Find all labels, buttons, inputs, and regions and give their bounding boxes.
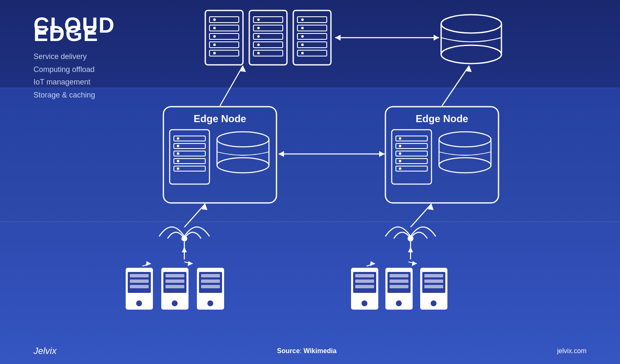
arrow-right-cloud — [434, 35, 439, 41]
svg-point-18 — [257, 27, 260, 29]
svg-rect-101 — [201, 279, 220, 283]
svg-rect-22 — [293, 10, 331, 65]
svg-point-65 — [399, 152, 401, 155]
svg-rect-100 — [201, 274, 220, 277]
svg-point-47 — [177, 145, 179, 147]
svg-rect-124 — [424, 279, 443, 283]
svg-point-6 — [213, 18, 216, 21]
svg-rect-113 — [355, 285, 374, 288]
svg-rect-125 — [424, 285, 443, 288]
cloud-server-2 — [249, 10, 287, 65]
iot-device-left-2 — [161, 268, 189, 310]
svg-marker-84 — [188, 261, 193, 266]
svg-rect-0 — [205, 10, 243, 65]
svg-rect-102 — [201, 285, 220, 288]
svg-rect-117 — [390, 274, 408, 277]
footer-url: jelvix.com — [557, 347, 586, 355]
svg-rect-96 — [165, 285, 184, 288]
iot-device-right-2 — [385, 268, 413, 310]
svg-point-51 — [217, 132, 269, 147]
arrow-left-cloud — [335, 35, 341, 41]
svg-point-28 — [301, 18, 304, 21]
svg-line-80 — [411, 204, 431, 227]
svg-rect-123 — [424, 274, 443, 277]
svg-point-64 — [399, 145, 401, 147]
arrow-up-left-cloud — [240, 66, 246, 72]
svg-point-32 — [301, 52, 304, 54]
svg-point-126 — [431, 300, 437, 306]
footer-source-label: Source — [277, 347, 300, 354]
main-container: CLOUD EDGE Service delivery Computing of… — [0, 0, 620, 364]
svg-marker-82 — [146, 261, 151, 266]
svg-point-114 — [362, 300, 367, 306]
svg-point-20 — [257, 44, 260, 46]
svg-point-7 — [213, 27, 216, 29]
footer-brand: Jelvix — [34, 346, 57, 356]
svg-point-75 — [181, 236, 187, 241]
architecture-diagram: Edge Node — [0, 0, 620, 364]
edge-node-left: Edge Node — [163, 107, 276, 203]
svg-marker-107 — [412, 261, 417, 266]
svg-rect-88 — [130, 274, 149, 277]
svg-rect-57 — [392, 130, 431, 184]
svg-point-48 — [177, 152, 179, 155]
svg-rect-118 — [390, 279, 408, 283]
iot-device-left-3 — [197, 268, 224, 310]
svg-rect-95 — [165, 279, 184, 283]
arrow-up-iot-left — [182, 247, 187, 252]
svg-point-54 — [217, 158, 269, 173]
arrow-right-edge — [379, 151, 385, 157]
footer: Jelvix Source: Wikimedia jelvix.com — [0, 346, 620, 356]
svg-point-17 — [257, 18, 260, 21]
svg-point-67 — [399, 167, 401, 170]
svg-point-49 — [177, 160, 179, 162]
cloud-server-1 — [205, 10, 243, 65]
svg-point-30 — [301, 35, 304, 38]
iot-device-right-3 — [420, 268, 447, 310]
svg-point-68 — [439, 132, 491, 147]
svg-point-29 — [301, 27, 304, 29]
svg-point-8 — [213, 35, 216, 38]
arrow-left-edge — [279, 151, 284, 157]
svg-line-73 — [442, 66, 469, 106]
svg-point-77 — [408, 236, 413, 241]
svg-point-120 — [396, 300, 402, 306]
svg-text:Edge Node: Edge Node — [416, 113, 468, 124]
svg-marker-105 — [370, 261, 375, 266]
footer-source: Source: Wikimedia — [277, 347, 336, 355]
iot-device-left-1 — [126, 268, 153, 310]
svg-rect-119 — [390, 285, 408, 288]
svg-point-97 — [172, 300, 178, 306]
svg-rect-89 — [130, 279, 149, 283]
svg-point-63 — [399, 137, 401, 140]
svg-point-103 — [207, 300, 213, 306]
svg-point-10 — [213, 52, 216, 54]
svg-point-71 — [439, 158, 491, 173]
edge-node-right: Edge Node — [385, 107, 499, 203]
svg-point-9 — [213, 44, 216, 46]
svg-rect-40 — [170, 130, 209, 184]
svg-line-72 — [220, 66, 243, 106]
svg-point-19 — [257, 35, 260, 38]
svg-rect-112 — [355, 279, 374, 283]
svg-point-21 — [257, 52, 260, 54]
svg-point-91 — [136, 300, 142, 306]
svg-line-79 — [184, 204, 205, 227]
svg-point-66 — [399, 160, 401, 162]
svg-rect-90 — [130, 285, 149, 288]
svg-rect-94 — [165, 274, 184, 277]
arrow-up-iot-right — [408, 247, 413, 252]
cloud-server-3 — [293, 10, 331, 65]
svg-point-33 — [441, 15, 501, 33]
svg-rect-11 — [249, 10, 287, 65]
svg-point-46 — [177, 137, 179, 140]
svg-rect-111 — [355, 274, 374, 277]
svg-point-36 — [441, 45, 501, 64]
svg-text:Edge Node: Edge Node — [194, 113, 246, 124]
svg-point-50 — [177, 167, 179, 170]
svg-point-31 — [301, 44, 304, 46]
iot-device-right-1 — [351, 268, 378, 310]
footer-source-value: Wikimedia — [303, 347, 336, 354]
cloud-database — [441, 15, 501, 64]
